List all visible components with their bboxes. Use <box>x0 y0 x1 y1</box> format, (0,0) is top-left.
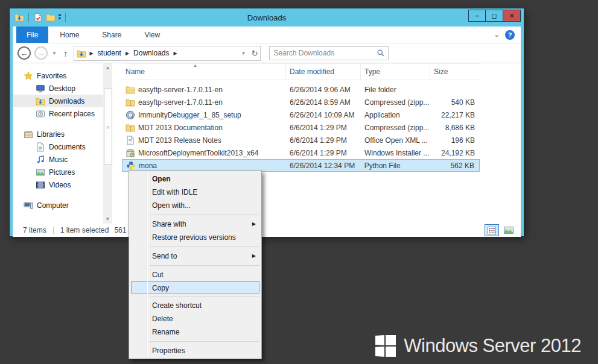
back-button[interactable]: ← <box>17 46 31 60</box>
sidebar-item-label: Downloads <box>49 97 84 105</box>
sidebar-item-recent-places[interactable]: Recent places <box>13 107 103 120</box>
sidebar-item-desktop[interactable]: Desktop <box>13 82 103 95</box>
file-type-cell: Python File <box>361 162 430 170</box>
sidebar-group-computer[interactable]: Computer <box>13 199 103 212</box>
up-button[interactable]: ↑ <box>63 48 68 58</box>
breadcrumb[interactable]: ▶ student ▶ Downloads ▶ ▼ ↻ <box>74 46 261 61</box>
file-type-cell: Compressed (zipp... <box>361 98 430 107</box>
column-header-type[interactable]: Type <box>361 64 430 80</box>
menu-item-send-to[interactable]: Send to▶ <box>129 249 261 263</box>
breadcrumb-segment[interactable]: student <box>98 49 121 57</box>
sidebar-item-downloads[interactable]: Downloads <box>13 95 103 107</box>
file-name: ImmunityDebugger_1_85_setup <box>138 111 241 119</box>
new-folder-icon[interactable] <box>46 13 56 22</box>
window-title: Downloads <box>13 13 521 22</box>
scrollbar-thumb[interactable]: ≡ <box>104 89 112 165</box>
menu-item-create-shortcut[interactable]: Create shortcut <box>129 299 261 312</box>
column-header-date[interactable]: Date modified <box>286 64 361 80</box>
file-name-cell: mona <box>122 161 286 171</box>
qat-dropdown-icon[interactable]: ▾ <box>59 14 61 21</box>
submenu-arrow-icon: ▶ <box>252 218 256 231</box>
breadcrumb-segment[interactable]: Downloads <box>133 49 169 57</box>
library-icon <box>24 130 33 139</box>
menu-item-properties[interactable]: Properties <box>129 344 261 357</box>
column-header-name[interactable]: Name <box>122 64 286 80</box>
column-header-size[interactable]: Size <box>430 64 480 80</box>
menu-item-share-with[interactable]: Share with▶ <box>129 218 261 231</box>
sidebar-spacer <box>13 191 103 199</box>
ribbon-expand-icon[interactable]: ⌄ <box>493 31 500 38</box>
column-headers: ▲ Name Date modified Type Size <box>122 63 480 80</box>
close-button[interactable]: ✕ <box>503 10 521 22</box>
file-name: MDT 2013 Release Notes <box>138 136 221 145</box>
sidebar-item-videos[interactable]: Videos <box>13 178 103 191</box>
tab-view[interactable]: View <box>133 27 171 43</box>
submenu-arrow-icon: ▶ <box>252 249 256 263</box>
selection-count: 1 item selected <box>60 226 109 234</box>
nav-scrollbar[interactable]: ▲ ≡ ▼ <box>103 63 112 224</box>
tab-file[interactable]: File <box>16 27 48 43</box>
scroll-up-icon[interactable]: ▲ <box>103 63 112 72</box>
sidebar-group-libraries[interactable]: Libraries <box>13 128 103 140</box>
file-name: easyftp-server-1.7.0.11-en <box>138 98 223 107</box>
menu-item-copy[interactable]: Copy <box>131 281 259 293</box>
file-name-cell: MDT 2013 Documentation <box>122 123 286 133</box>
tab-home[interactable]: Home <box>48 27 91 43</box>
search-box <box>269 46 389 60</box>
menu-item-restore-previous-versions[interactable]: Restore previous versions <box>129 231 261 244</box>
search-input[interactable] <box>270 49 377 57</box>
branding: Windows Server 2012 <box>374 335 581 357</box>
sidebar-item-label: Recent places <box>49 110 95 118</box>
menu-separator <box>129 339 261 344</box>
file-size-cell: 540 KB <box>430 98 480 107</box>
crumb-separator-icon: ▶ <box>87 51 95 56</box>
file-row-easyftp-server-1-7-0-11-en[interactable]: easyftp-server-1.7.0.11-en6/26/2014 8:59… <box>122 96 480 108</box>
details-view-button[interactable] <box>485 224 499 236</box>
sidebar-item-label: Videos <box>49 181 71 189</box>
toolbar-divider <box>65 13 66 22</box>
sidebar-item-label: Desktop <box>49 84 75 93</box>
python-icon <box>126 161 136 171</box>
forward-button[interactable]: → <box>34 46 48 60</box>
main-area: FavoritesDesktopDownloadsRecent placesLi… <box>13 63 521 224</box>
menu-item-open[interactable]: Open <box>129 172 261 186</box>
file-row-mdt-2013-documentation[interactable]: MDT 2013 Documentation6/6/2014 1:29 PMCo… <box>122 121 480 134</box>
file-row-mdt-2013-release-notes[interactable]: MDT 2013 Release Notes6/6/2014 1:29 PMOf… <box>122 134 480 146</box>
minimize-button[interactable]: – <box>468 10 486 22</box>
ribbon-tabs: File Home Share View ⌄ ? <box>13 27 521 43</box>
sidebar-item-music[interactable]: Music <box>13 153 103 166</box>
maximize-button[interactable]: ◻ <box>486 10 503 22</box>
history-dropdown-icon[interactable]: ▼ <box>52 51 57 56</box>
music-icon <box>36 155 45 165</box>
address-dropdown-icon[interactable]: ▼ <box>241 51 246 56</box>
file-row-microsoftdeploymenttoolkit2013-x64[interactable]: MicrosoftDeploymentToolkit2013_x646/6/20… <box>122 146 480 159</box>
sidebar-item-documents[interactable]: Documents <box>13 140 103 153</box>
windows-logo-icon <box>374 335 396 357</box>
menu-item-edit-with-idle[interactable]: Edit with IDLE <box>129 186 261 199</box>
thumbnail-view-button[interactable] <box>501 224 516 236</box>
menu-item-delete[interactable]: Delete <box>129 312 261 325</box>
menu-separator <box>129 263 261 268</box>
tab-share[interactable]: Share <box>91 27 133 43</box>
file-name: easyftp-server-1.7.0.11-en <box>138 86 223 94</box>
titlebar: ▾ Downloads – ◻ ✕ <box>13 8 521 27</box>
menu-item-cut[interactable]: Cut <box>129 268 261 281</box>
downloads-window-icon <box>14 13 24 22</box>
sidebar-item-pictures[interactable]: Pictures <box>13 166 103 178</box>
file-date-cell: 6/26/2014 12:34 PM <box>286 162 361 170</box>
sidebar-group-favorites[interactable]: Favorites <box>13 69 103 82</box>
file-row-mona[interactable]: mona6/26/2014 12:34 PMPython File562 KB <box>122 159 480 172</box>
search-icon[interactable] <box>377 49 385 57</box>
file-type-cell: Application <box>361 111 430 119</box>
menu-item-rename[interactable]: Rename <box>129 325 261 339</box>
status-divider <box>53 227 54 234</box>
refresh-icon[interactable]: ↻ <box>252 49 258 58</box>
properties-icon[interactable] <box>33 13 43 22</box>
menu-item-open-with[interactable]: Open with... <box>129 199 261 212</box>
file-row-easyftp-server-1-7-0-11-en[interactable]: easyftp-server-1.7.0.11-en6/26/2014 9:06… <box>122 83 480 96</box>
zip-icon <box>126 123 135 133</box>
scroll-down-icon[interactable]: ▼ <box>103 215 112 224</box>
file-row-immunitydebugger-1-85-setup[interactable]: ImmunityDebugger_1_85_setup6/26/2014 10:… <box>122 108 480 121</box>
sidebar-group-label: Computer <box>37 201 69 210</box>
help-icon[interactable]: ? <box>505 30 515 40</box>
